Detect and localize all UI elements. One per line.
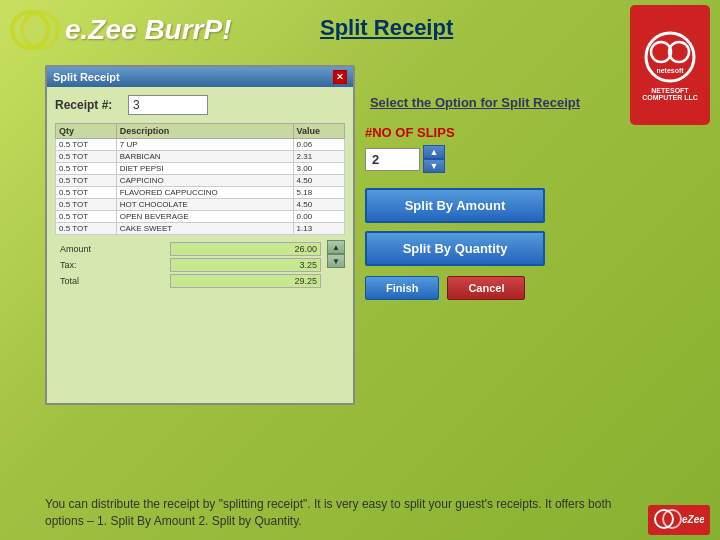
row-qty: 0.5 TOT	[56, 199, 117, 211]
split-by-quantity-button[interactable]: Split By Quantity	[365, 231, 545, 266]
table-row: 0.5 TOT CAKE SWEET 1.13	[56, 223, 345, 235]
split-by-amount-button[interactable]: Split By Amount	[365, 188, 545, 223]
totals-area: Amount 26.00 Tax: 3.25 Total 29.25 ▲ ▼	[55, 240, 345, 290]
row-value: 4.50	[293, 175, 344, 187]
svg-text:eZee: eZee	[682, 514, 704, 525]
receipt-number-label: Receipt #:	[55, 98, 120, 112]
row-value: 1.13	[293, 223, 344, 235]
row-desc: HOT CHOCOLATE	[116, 199, 293, 211]
row-value: 5.18	[293, 187, 344, 199]
row-desc: OPEN BEVERAGE	[116, 211, 293, 223]
amount-value: 26.00	[170, 242, 321, 256]
row-qty: 0.5 TOT	[56, 139, 117, 151]
table-row: 0.5 TOT CAPPICINO 4.50	[56, 175, 345, 187]
svg-text:netesoft: netesoft	[656, 67, 684, 74]
table-row: 0.5 TOT FLAVORED CAPPUCCINO 5.18	[56, 187, 345, 199]
row-qty: 0.5 TOT	[56, 187, 117, 199]
receipt-number-input[interactable]	[128, 95, 208, 115]
logo-text: e.Zee BurrP!	[65, 14, 232, 46]
col-value: Value	[293, 124, 344, 139]
tax-label: Tax:	[57, 258, 168, 272]
slips-count-input[interactable]	[365, 148, 420, 171]
table-row: 0.5 TOT DIET PEPSI 3.00	[56, 163, 345, 175]
table-row: 0.5 TOT BARBICAN 2.31	[56, 151, 345, 163]
row-desc: CAPPICINO	[116, 175, 293, 187]
row-desc: BARBICAN	[116, 151, 293, 163]
logo-icon	[10, 5, 60, 55]
table-row: 0.5 TOT 7 UP 0.06	[56, 139, 345, 151]
row-desc: DIET PEPSI	[116, 163, 293, 175]
dialog-title: Split Receipt	[53, 71, 120, 83]
row-value: 0.06	[293, 139, 344, 151]
row-qty: 0.5 TOT	[56, 151, 117, 163]
slips-down-button[interactable]: ▼	[423, 159, 445, 173]
row-qty: 0.5 TOT	[56, 175, 117, 187]
split-receipt-dialog: Split Receipt ✕ Receipt #: Qty Descripti…	[45, 65, 355, 405]
totals-table: Amount 26.00 Tax: 3.25 Total 29.25	[55, 240, 323, 290]
row-value: 0.00	[293, 211, 344, 223]
ezee-bottom-logo: eZee	[648, 505, 710, 535]
row-value: 2.31	[293, 151, 344, 163]
col-qty: Qty	[56, 124, 117, 139]
row-qty: 0.5 TOT	[56, 163, 117, 175]
dialog-titlebar: Split Receipt ✕	[47, 67, 353, 87]
scroll-down-button[interactable]: ▼	[327, 254, 345, 268]
row-desc: 7 UP	[116, 139, 293, 151]
select-option-title: Select the Option for Split Receipt	[365, 95, 585, 110]
no-slips-label: #NO OF SLIPS	[365, 125, 585, 140]
col-desc: Description	[116, 124, 293, 139]
cancel-button[interactable]: Cancel	[447, 276, 525, 300]
dialog-content: Receipt #: Qty Description Value 0.5 TOT…	[47, 87, 353, 298]
tax-value: 3.25	[170, 258, 321, 272]
table-row: 0.5 TOT HOT CHOCOLATE 4.50	[56, 199, 345, 211]
table-row: 0.5 TOT OPEN BEVERAGE 0.00	[56, 211, 345, 223]
table-scroll-buttons: ▲ ▼	[327, 240, 345, 268]
ezee-logo-svg: eZee	[654, 508, 704, 530]
netesoft-logo: netesoft NETESOFTCOMPUTER LLC	[630, 5, 710, 125]
dialog-close-button[interactable]: ✕	[333, 70, 347, 84]
total-value: 29.25	[170, 274, 321, 288]
scroll-up-button[interactable]: ▲	[327, 240, 345, 254]
slips-up-down-buttons: ▲ ▼	[423, 145, 445, 173]
row-qty: 0.5 TOT	[56, 223, 117, 235]
total-label: Total	[57, 274, 168, 288]
row-desc: CAKE SWEET	[116, 223, 293, 235]
netesoft-logo-icon: netesoft	[643, 30, 698, 85]
slips-up-button[interactable]: ▲	[423, 145, 445, 159]
receipt-number-row: Receipt #:	[55, 95, 345, 115]
row-value: 4.50	[293, 199, 344, 211]
amount-label: Amount	[57, 242, 168, 256]
page-title: Split Receipt	[320, 15, 453, 41]
bottom-description: You can distribute the receipt by "split…	[45, 496, 625, 530]
slips-input-row: ▲ ▼	[365, 145, 585, 173]
row-desc: FLAVORED CAPPUCCINO	[116, 187, 293, 199]
row-qty: 0.5 TOT	[56, 211, 117, 223]
row-value: 3.00	[293, 163, 344, 175]
receipt-table: Qty Description Value 0.5 TOT 7 UP 0.060…	[55, 123, 345, 235]
right-panel: Select the Option for Split Receipt #NO …	[365, 95, 585, 300]
finish-button[interactable]: Finish	[365, 276, 439, 300]
